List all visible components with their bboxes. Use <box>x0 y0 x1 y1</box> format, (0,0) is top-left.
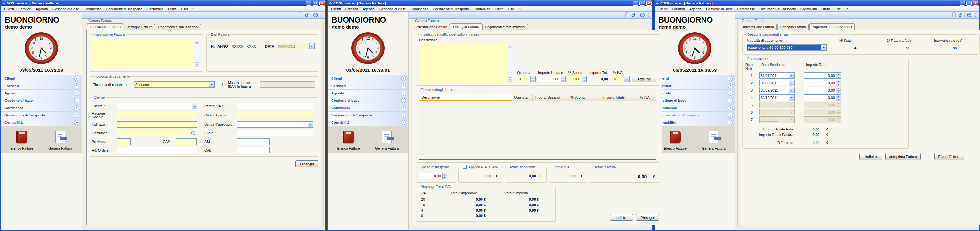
sconto-spinner[interactable]: 0,00▲▼ <box>568 76 587 82</box>
modalita-pagamento-select[interactable]: pagamento a 60-90-120-150 ▼ <box>746 44 827 51</box>
anteprima-fattura-button[interactable]: Anteprima Fattura <box>885 153 921 160</box>
tab[interactable]: Pagamenti e rateizzazioni <box>482 24 528 30</box>
paste-icon[interactable] <box>299 13 302 17</box>
column-header[interactable]: % Sconto <box>568 94 600 101</box>
rif-ordine-field[interactable] <box>117 147 197 153</box>
chevron-icon[interactable]: » <box>401 90 406 96</box>
menu-item[interactable]: Utilità <box>165 6 179 11</box>
cliente-select[interactable]: ▼ <box>117 103 197 109</box>
maximize-button[interactable]: ❐ <box>966 1 972 6</box>
toolbar-overflow-icon[interactable]: ⋮ <box>320 13 324 17</box>
abi-field[interactable] <box>237 138 270 145</box>
chevron-icon[interactable]: » <box>728 98 733 103</box>
column-header[interactable]: Importo Totale <box>600 94 638 101</box>
column-header[interactable]: Quantita <box>512 94 533 101</box>
emetti-fattura-button[interactable]: Emetti Fattura <box>934 153 964 160</box>
tab[interactable]: Dettaglio Fattura <box>124 24 155 30</box>
menu-item[interactable]: Documenti di Trasporto <box>103 6 145 11</box>
menu-item[interactable]: Utilità <box>492 6 506 11</box>
menu-item[interactable]: Fornitori <box>16 6 33 11</box>
applica-ra-checkbox[interactable] <box>463 165 467 169</box>
tipologia-pagamento-select[interactable]: Assegno ▼ <box>134 81 215 88</box>
help-icon[interactable]: ? <box>313 13 318 17</box>
importo-rata-spinner[interactable]: 0,00▲▼ <box>804 80 841 86</box>
menu-item[interactable]: Documenti di Trasporto <box>757 6 798 11</box>
tab[interactable]: Dettaglio Fattura <box>777 24 808 30</box>
provincia-field[interactable] <box>117 138 131 145</box>
search-icon[interactable] <box>191 131 196 136</box>
importo-rata-spinner[interactable]: 0,00▲▼ <box>804 117 841 123</box>
tab[interactable]: Intestazione Fattura <box>87 23 123 30</box>
menu-item[interactable]: Agenda <box>360 6 377 11</box>
close-button[interactable]: ✕ <box>973 1 978 6</box>
title-bar[interactable]: ❖ ADGInvoice - [Genera Fattura] _ ❐ ✕ <box>654 0 979 6</box>
indietro-button[interactable]: Indietro <box>859 153 883 160</box>
scroll-up-icon[interactable]: ▲ <box>508 44 512 49</box>
tab[interactable]: Dettaglio Fattura <box>450 23 482 30</box>
tab[interactable]: Intestazione Fattura <box>414 24 450 30</box>
chevron-icon[interactable]: » <box>74 112 79 118</box>
chevron-icon[interactable]: » <box>74 98 79 103</box>
toolbar-overflow-icon[interactable]: ⋮ <box>974 13 977 17</box>
filiale-field[interactable] <box>237 130 313 136</box>
sidebar-nav-item[interactable]: Agenda » <box>1 90 81 97</box>
sidebar-nav-item[interactable]: Clienti » <box>654 75 735 82</box>
sidebar-nav-item[interactable]: Agenda » <box>328 90 408 97</box>
toolbar-overflow-icon[interactable]: ⋮ <box>647 13 651 17</box>
codice-fiscale-field[interactable] <box>237 112 313 119</box>
importo-rata-spinner[interactable]: 0,00▲▼ <box>804 87 841 93</box>
column-header[interactable]: Importo Unitario <box>533 94 568 101</box>
scrollbar[interactable]: ▲ ▼ <box>194 39 199 67</box>
chevron-icon[interactable]: » <box>74 120 79 125</box>
title-bar[interactable]: ❖ ADGInvoice - [Genera Fattura] _ ❐ ✕ <box>328 0 652 6</box>
iva-select[interactable]: 0▼ <box>613 76 630 82</box>
chevron-icon[interactable]: » <box>728 90 733 96</box>
chevron-icon[interactable]: » <box>728 105 733 111</box>
close-button[interactable]: ✕ <box>646 1 652 6</box>
chevron-icon[interactable]: » <box>74 76 79 81</box>
sidebar-nav-item[interactable]: Commesse » <box>328 104 408 112</box>
scroll-down-icon[interactable]: ▼ <box>508 77 512 82</box>
menu-item[interactable]: Esci <box>179 6 190 11</box>
chevron-icon[interactable]: » <box>401 98 406 103</box>
prosegui-button[interactable]: Prosegui <box>636 214 659 221</box>
importo-rata-spinner[interactable]: 0,00▲▼ <box>804 102 841 108</box>
sidebar-nav-item[interactable]: Gestione di base » <box>1 97 81 104</box>
spese-trasporto-spinner[interactable]: 0,00▲▼ <box>419 173 447 179</box>
quantita-spinner[interactable]: 0▲▼ <box>517 76 536 82</box>
sidebar-nav-item[interactable]: Clienti » <box>1 75 81 82</box>
sidebar-shortcut[interactable]: Elenco Fatture <box>664 130 687 150</box>
scroll-up-icon[interactable]: ▲ <box>195 40 199 44</box>
menu-item[interactable]: Utilità <box>819 6 833 11</box>
menu-item[interactable]: Commesse <box>81 6 104 11</box>
cap-field[interactable] <box>176 138 197 145</box>
minimize-button[interactable]: _ <box>959 1 965 6</box>
sidebar-nav-item[interactable]: Commesse » <box>654 104 735 112</box>
maximize-button[interactable]: ❐ <box>313 1 318 6</box>
dropdown-arrow-icon[interactable]: ▼ <box>192 103 197 109</box>
elenco-table-body[interactable] <box>420 101 656 159</box>
menu-item[interactable]: ? <box>190 6 196 11</box>
menu-item[interactable]: Contabilità <box>471 6 492 11</box>
shortcut-icon[interactable] <box>341 130 356 144</box>
chevron-icon[interactable]: » <box>74 105 79 111</box>
chevron-icon[interactable]: » <box>728 112 733 118</box>
sidebar-nav-item[interactable]: Gestione di base » <box>328 97 408 104</box>
ragione-sociale-field[interactable] <box>117 112 197 119</box>
menu-item[interactable]: Fornitori <box>343 6 360 11</box>
intestazione-textarea[interactable]: ▲ ▼ <box>92 39 200 68</box>
tab[interactable]: Pagamenti e rateizzazioni <box>809 23 855 30</box>
menu-item[interactable]: Gestione di Base <box>704 6 735 11</box>
data-scadenza-select[interactable]: __/__/____▼ <box>759 109 795 115</box>
sidebar-nav-item[interactable]: Documento di Trasporto » <box>328 112 408 119</box>
menu-item[interactable]: Commesse <box>735 6 757 11</box>
dropdown-arrow-icon[interactable]: ▼ <box>821 45 826 51</box>
prosegui-button[interactable]: Prosegui <box>296 160 318 167</box>
menu-item[interactable]: Gestione di Base <box>377 6 408 11</box>
menu-item[interactable]: Contabilità <box>798 6 819 11</box>
paste-icon[interactable] <box>952 13 956 17</box>
data-scadenza-select[interactable]: 31/10/2011▼ <box>759 95 795 101</box>
menu-item[interactable]: Commesse <box>408 6 431 11</box>
dropdown-arrow-icon[interactable]: ▼ <box>209 82 214 87</box>
menu-item[interactable]: Clienti <box>2 6 16 11</box>
